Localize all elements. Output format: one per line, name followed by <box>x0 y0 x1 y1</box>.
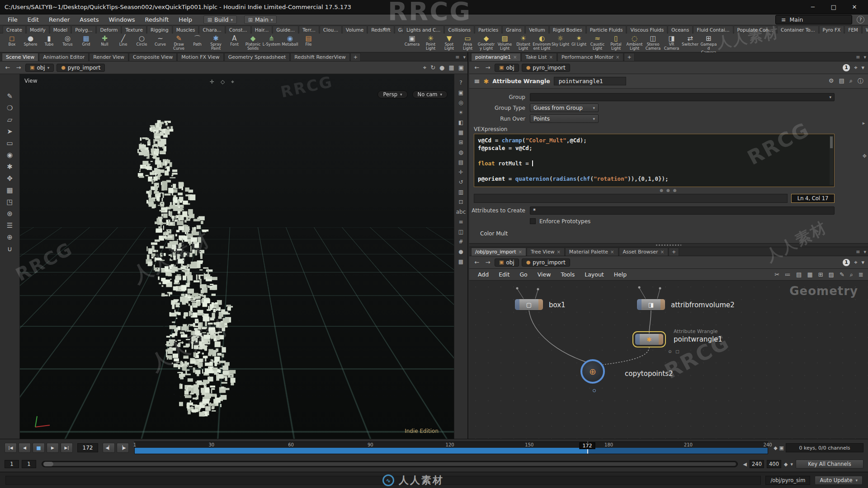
close-tab-icon[interactable]: × <box>519 249 522 254</box>
info-icon[interactable]: ⓘ <box>858 77 863 85</box>
close-tab-icon[interactable]: × <box>557 249 560 254</box>
vexpression-editor[interactable]: v@Cd = chramp("Color_Mult",@Cd);f@pscale… <box>474 134 835 187</box>
network-menu-item[interactable]: Tools <box>557 270 579 279</box>
pane-tab[interactable]: Performance Monitor × <box>557 53 623 61</box>
add-pane-tab-button[interactable]: + <box>624 53 634 61</box>
shelf-tab[interactable]: Guide... <box>273 26 298 33</box>
pane-tab[interactable]: /obj/pyro_import × <box>471 248 526 256</box>
snap-icon[interactable]: ✛ <box>210 79 214 85</box>
forward-icon[interactable]: → <box>484 259 492 266</box>
handles-icon[interactable]: ✥ <box>863 153 867 159</box>
terrain-icon[interactable]: ▦ <box>6 186 13 194</box>
material-icon[interactable]: ◍ <box>458 149 463 155</box>
shelf-tool[interactable]: ⌒ Path <box>188 34 207 51</box>
shelf-tool[interactable]: ✚ Null <box>95 34 114 51</box>
snap-toggle-icon[interactable]: ⊞ <box>458 139 463 145</box>
target-icon[interactable]: ⌖ <box>231 79 234 85</box>
playhead-frame-label[interactable]: 172 <box>580 442 595 449</box>
shelf-tab[interactable]: Grains <box>502 26 525 33</box>
node-name-input[interactable]: pointwrangle1 <box>554 77 626 85</box>
help-icon[interactable]: ? <box>459 80 462 86</box>
cut-icon[interactable]: ✂ <box>774 271 779 278</box>
shelf-tab[interactable]: Modify <box>26 26 49 33</box>
background-icon[interactable]: ⊡ <box>458 199 463 205</box>
subrange-end-input[interactable]: 400 <box>767 460 781 468</box>
add-node-icon[interactable]: ⊕ <box>7 233 13 241</box>
timeline-ruler[interactable]: 1306090120150180210240 172 <box>134 441 768 454</box>
close-tab-icon[interactable]: × <box>513 55 517 60</box>
context-chip[interactable]: ▣ obj ▾ <box>25 64 54 72</box>
grid-toggle-icon[interactable]: ▦ <box>458 129 463 136</box>
shelf-tab[interactable]: Volume <box>342 26 367 33</box>
add-pane-tab-button[interactable]: + <box>350 53 361 61</box>
wireframe-icon[interactable]: # <box>458 239 463 245</box>
update-mode-select[interactable]: Auto Update ▾ <box>815 476 863 485</box>
list-view-icon[interactable]: ▤ <box>796 271 802 278</box>
pivot-icon[interactable]: ◎ <box>458 99 463 106</box>
step-forward-button[interactable]: ▕▶ <box>117 443 129 453</box>
scatter-icon[interactable]: ✱ <box>7 163 13 170</box>
shelf-tool[interactable]: ◉ Metaball <box>281 34 299 51</box>
camera-lock-icon[interactable]: ▣ <box>458 64 464 71</box>
shelf-tool[interactable]: ╱ Line <box>114 34 132 51</box>
chevron-down-icon[interactable]: ▾ <box>861 64 864 71</box>
brush-icon[interactable]: ✎ <box>7 92 13 100</box>
pane-tab[interactable]: Take List × <box>521 53 557 61</box>
chevron-down-icon[interactable]: ▾ <box>829 95 831 99</box>
key-all-channels-button[interactable]: Key All Channels <box>796 460 863 469</box>
shelf-tool[interactable]: ◫ Stereo Camera <box>644 34 662 55</box>
menu-item[interactable]: Render <box>45 15 74 24</box>
menu-item[interactable]: Redshift <box>141 15 173 24</box>
color-mult-ramp-label[interactable]: Color Mult <box>469 227 868 237</box>
shade-icon[interactable]: ◇ <box>221 79 225 85</box>
pin-icon[interactable]: ⌖ <box>423 64 426 71</box>
pane-tab[interactable]: Geometry Spreadsheet <box>224 53 290 61</box>
burst-icon[interactable]: ⊛ <box>7 210 13 217</box>
key-options-icon[interactable]: ▾ <box>790 461 793 467</box>
attributes-to-create-input[interactable]: * <box>530 206 835 215</box>
pane-tab[interactable]: Material Palette × <box>565 248 618 256</box>
display-options-icon[interactable]: ▣ <box>458 89 463 96</box>
maximize-button[interactable]: □ <box>825 2 843 13</box>
back-icon[interactable]: ← <box>473 64 481 71</box>
shelf-tool[interactable]: ⋔ L-System <box>262 34 281 51</box>
shelf-tab[interactable]: Particles <box>475 26 502 33</box>
shelf-tab[interactable]: Muscles <box>173 26 199 33</box>
shelf-tool[interactable]: ⇄ Switcher <box>681 34 699 55</box>
shelf-tool[interactable]: A Font <box>225 34 244 51</box>
pane-tab[interactable]: Composite View <box>129 53 177 61</box>
pane-tab[interactable]: Redshift RenderView <box>290 53 349 61</box>
network-menu-item[interactable]: Help <box>610 270 631 279</box>
pane-menu-icon[interactable]: ≡ <box>455 54 459 60</box>
go-to-start-button[interactable]: |◀ <box>5 443 17 453</box>
split-view-icon[interactable]: ◫ <box>458 229 463 235</box>
select-icon[interactable]: ➤ <box>7 127 13 135</box>
shelf-tab[interactable]: Redshift <box>368 26 394 33</box>
minimize-button[interactable]: ─ <box>804 2 822 13</box>
chevron-down-icon[interactable]: ▾ <box>863 54 866 60</box>
pane-menu-icon[interactable]: ≡ <box>856 249 860 255</box>
node-label[interactable]: copytopoints2 <box>625 370 673 378</box>
crop-icon[interactable]: ◳ <box>6 198 13 206</box>
shelf-tab[interactable]: Chara... <box>199 26 225 33</box>
pane-tab[interactable]: Scene View <box>2 53 38 61</box>
node-chip[interactable]: ● pyro_import <box>522 64 570 72</box>
pin-icon[interactable]: ⌖ <box>854 64 857 71</box>
shelf-tab[interactable]: Rigging <box>147 26 172 33</box>
shelf-tool[interactable]: ✱ Spray Paint <box>207 34 225 51</box>
node-label[interactable]: pointwrangle1 <box>674 335 722 343</box>
main-desktop-select[interactable]: ⊞ Main ▾ <box>244 15 277 24</box>
shelf-tool[interactable]: ✳ Point Light <box>421 34 440 55</box>
view-menu[interactable]: View <box>24 78 37 84</box>
snapshot-icon[interactable]: ▦ <box>448 64 454 71</box>
add-shelf-icon[interactable]: + <box>382 26 387 32</box>
shelf-tool[interactable]: ● Sphere <box>21 34 40 51</box>
search-icon[interactable]: ⌕ <box>849 77 853 85</box>
node-box1[interactable]: ▢ <box>514 299 543 310</box>
shading-icon[interactable]: ◧ <box>458 119 463 126</box>
shelf-tool[interactable]: ▤ File <box>299 34 318 51</box>
network-menu-item[interactable]: Add <box>474 270 493 279</box>
build-desktop-select[interactable]: ⊞ Build ▾ <box>203 15 237 24</box>
viewport-canvas[interactable]: View ✛◇⌖ Persp ▾ No cam ▾ <box>20 74 454 439</box>
output-dot-icon[interactable] <box>593 389 596 392</box>
